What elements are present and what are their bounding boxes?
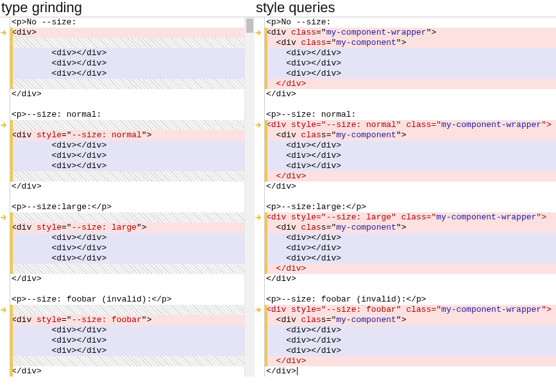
diff-arrow-icon[interactable]	[1, 214, 8, 221]
code-line[interactable]: <div></div>	[265, 141, 556, 151]
code-line[interactable]: <p>--size:large:</p>	[10, 202, 244, 212]
code-token: my-component-wrapper	[436, 212, 536, 222]
code-line[interactable]: <div class="my-component-wrapper">	[265, 28, 556, 38]
code-line[interactable]: <div></div>	[10, 58, 244, 69]
code-token: <p>--size: normal:	[12, 110, 101, 119]
diff-arrow-icon[interactable]	[1, 306, 8, 314]
code-token: class	[401, 212, 426, 222]
code-line[interactable]	[265, 284, 556, 294]
code-line[interactable]: </div>	[10, 89, 244, 99]
scrollbar-thumb[interactable]	[246, 19, 253, 33]
code-line[interactable]: </div>	[10, 182, 244, 192]
code-line[interactable]: <div class="my-component">	[265, 315, 556, 325]
code-line[interactable]: <div></div>	[265, 161, 556, 171]
code-line[interactable]: </div>	[265, 264, 556, 274]
code-line[interactable]: <div style="--size: large" class="my-com…	[265, 212, 556, 223]
code-line[interactable]: <div></div>	[10, 141, 244, 151]
code-line[interactable]: <div></div>	[265, 58, 556, 69]
code-line[interactable]	[10, 305, 244, 315]
code-line[interactable]: <div></div>	[10, 243, 244, 253]
diff-arrow-icon[interactable]	[255, 214, 263, 221]
code-line[interactable]: </div>	[265, 366, 556, 377]
code-line[interactable]: <div></div>	[265, 151, 556, 161]
code-line[interactable]: <div style="--size: normal">	[10, 130, 244, 141]
code-token: <div></div>	[266, 69, 341, 78]
code-token: class	[291, 28, 316, 37]
code-token: </div>	[266, 171, 306, 181]
code-line[interactable]: <p>--size: normal:	[265, 110, 556, 120]
code-line[interactable]	[10, 38, 244, 48]
code-line[interactable]: </div>	[265, 89, 556, 99]
code-line[interactable]: <div></div>	[265, 233, 556, 243]
code-line[interactable]: <div></div>	[265, 253, 556, 264]
code-line[interactable]	[10, 171, 244, 182]
code-line[interactable]: <p>No --size:	[10, 17, 244, 28]
code-line[interactable]: <div></div>	[10, 253, 244, 264]
code-line[interactable]: <div></div>	[10, 161, 244, 171]
code-line[interactable]: </div>	[10, 366, 244, 377]
code-line[interactable]	[10, 264, 244, 274]
code-token: </div>	[12, 366, 42, 376]
code-line[interactable]	[10, 79, 244, 89]
code-token: <div></div>	[12, 58, 106, 68]
diff-arrow-icon[interactable]	[255, 29, 263, 37]
code-line[interactable]: <p>--size:large:</p>	[265, 202, 556, 212]
left-scrollbar[interactable]	[244, 17, 255, 377]
code-token: <div	[266, 130, 301, 140]
code-line[interactable]	[265, 99, 556, 110]
code-line[interactable]: <div></div>	[10, 69, 244, 79]
code-line[interactable]: <div></div>	[10, 151, 244, 161]
code-token: </div>	[12, 274, 42, 284]
code-line[interactable]: </div>	[265, 171, 556, 182]
code-line[interactable]: <div></div>	[265, 336, 556, 346]
code-line[interactable]: <div></div>	[265, 325, 556, 336]
code-line[interactable]: </div>	[265, 182, 556, 192]
code-line[interactable]: <div></div>	[10, 346, 244, 356]
code-line[interactable]: <div class="my-component">	[265, 223, 556, 233]
code-token: <div></div>	[266, 161, 341, 171]
code-line[interactable]: <div></div>	[10, 336, 244, 346]
code-line[interactable]	[10, 284, 244, 294]
code-token: <div	[266, 223, 301, 232]
code-line[interactable]: </div>	[265, 274, 556, 284]
diff-arrow-icon[interactable]	[255, 306, 263, 314]
code-line[interactable]	[265, 192, 556, 202]
code-line[interactable]	[10, 120, 244, 130]
code-line[interactable]: <p>--size: foobar (invalid):</p>	[265, 294, 556, 305]
code-line[interactable]: </div>	[10, 274, 244, 284]
code-line[interactable]: <div class="my-component">	[265, 130, 556, 141]
right-lines[interactable]: <p>No --size:<div class="my-component-wr…	[265, 17, 556, 377]
left-code-area[interactable]: <p>No --size:<div> <div></div> <div></di…	[0, 17, 255, 377]
diff-arrow-icon[interactable]	[1, 29, 8, 37]
left-lines[interactable]: <p>No --size:<div> <div></div> <div></di…	[10, 17, 244, 377]
code-line[interactable]: <div></div>	[10, 325, 244, 336]
code-line[interactable]: </div>	[265, 356, 556, 366]
code-line[interactable]: <p>--size: normal:	[10, 110, 244, 120]
code-line[interactable]: <div>	[10, 28, 244, 38]
code-line[interactable]: <div></div>	[265, 346, 556, 356]
code-token: ">	[541, 305, 552, 314]
code-line[interactable]: <div></div>	[265, 69, 556, 79]
code-line[interactable]	[10, 356, 244, 366]
code-line[interactable]: <div style="--size: normal" class="my-co…	[265, 120, 556, 130]
code-line[interactable]: </div>	[265, 79, 556, 89]
code-line[interactable]: <p>No --size:	[265, 17, 556, 28]
code-line[interactable]: <div></div>	[265, 48, 556, 58]
code-line[interactable]: <div></div>	[10, 233, 244, 243]
diff-arrow-icon[interactable]	[1, 121, 8, 129]
code-line[interactable]: <div style="--size: large">	[10, 223, 244, 233]
code-line[interactable]: <div></div>	[10, 48, 244, 58]
code-line[interactable]	[10, 192, 244, 202]
right-code-area[interactable]: <p>No --size:<div class="my-component-wr…	[255, 17, 556, 377]
code-line[interactable]	[10, 212, 244, 223]
code-line[interactable]	[10, 99, 244, 110]
code-line[interactable]: <div class="my-component">	[265, 38, 556, 48]
code-token: s="	[321, 223, 336, 232]
code-token: s="	[321, 315, 336, 325]
code-line[interactable]: <div style="--size: foobar" class="my-co…	[265, 305, 556, 315]
code-line[interactable]: <p>--size: foobar (invalid):</p>	[10, 294, 244, 305]
code-line[interactable]: <div style="--size: foobar">	[10, 315, 244, 325]
code-token: <div></div>	[12, 346, 106, 355]
diff-arrow-icon[interactable]	[255, 121, 263, 129]
code-line[interactable]: <div></div>	[265, 243, 556, 253]
